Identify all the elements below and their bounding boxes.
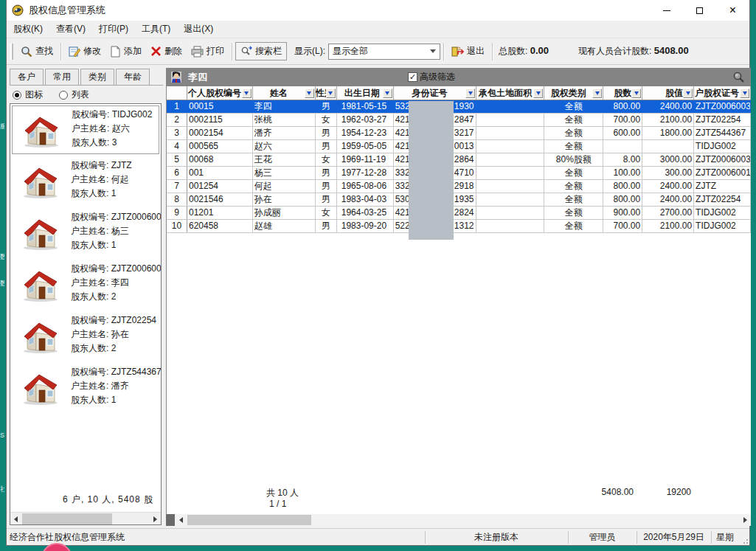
cell-personal-code: 620458 (187, 220, 253, 232)
table-row[interactable]: 8 0021546 孙在 男 1983-04-03 53032 1935 全额 … (167, 193, 751, 207)
toolbar-separator (492, 43, 493, 60)
filter-icon[interactable] (465, 89, 475, 98)
table-row[interactable]: 5 00068 王花 女 1969-11-19 42112 2864 80%股额… (167, 153, 751, 167)
search-bar-toggle[interactable]: 搜索栏 (235, 42, 287, 60)
minimize-button[interactable] (650, 0, 683, 21)
filter-icon[interactable] (683, 89, 693, 98)
table-row[interactable]: 7 001254 何起 男 1965-08-06 33262 2918 全额 8… (167, 180, 751, 193)
scroll-left-icon[interactable] (10, 513, 21, 524)
household-list-item[interactable]: 股权编号: ZJTZ544367 户主姓名: 潘齐 股东人数: 1 总股数 (12, 364, 159, 412)
menu-item[interactable]: 工具(T) (135, 21, 177, 38)
cell-sex: 男 (316, 220, 337, 232)
exit-button[interactable]: 退出 (447, 43, 489, 60)
table-row[interactable]: 4 000565 赵六 男 1959-05-05 42112 0013 全额 T… (167, 140, 751, 153)
col-label: 出生日期 (341, 86, 383, 100)
left-tab[interactable]: 类别 (80, 69, 114, 85)
household-list-item[interactable]: 股权编号: ZJTZ0006003 户主姓名: 李四 股东人数: 2 总股数 (12, 260, 159, 309)
house-icon (21, 112, 61, 149)
menu-item[interactable]: 查看(V) (49, 21, 92, 38)
maximize-button[interactable] (683, 0, 716, 21)
col-household-cert[interactable]: 户股权证号 (694, 86, 751, 100)
filter-icon[interactable] (326, 89, 336, 98)
close-button[interactable]: × (716, 0, 749, 21)
title-bar: 股权信息管理系统 × (7, 0, 749, 21)
toolbar-separator (232, 43, 232, 60)
table-total-count: 共 10 人 (266, 487, 299, 499)
filter-icon[interactable] (305, 89, 314, 98)
scroll-right-icon[interactable] (150, 513, 161, 524)
col-equity-type[interactable]: 股权类别 (544, 86, 603, 100)
household-list-hscrollbar[interactable] (10, 512, 161, 524)
col-id-number[interactable]: 身份证号 (394, 86, 477, 100)
col-sex[interactable]: 性别 (316, 86, 337, 100)
filter-icon[interactable] (740, 89, 749, 98)
magnifier-icon[interactable] (732, 71, 745, 83)
scrollbar-split-box[interactable] (166, 514, 175, 526)
household-list-item[interactable]: 股权编号: TIDJG002 户主姓名: 赵六 股东人数: 3 总股数 (12, 105, 159, 154)
col-contracted-land[interactable]: 承包土地面积 (476, 86, 544, 100)
current-shares-stat: 现有人员合计股数: 5408.00 (578, 45, 689, 58)
filter-icon[interactable] (592, 89, 602, 98)
table-row[interactable]: 6 001 杨三 男 1977-12-28 33260 4710 全额 100.… (167, 167, 751, 180)
left-tab[interactable]: 各户 (10, 69, 44, 85)
filter-icon[interactable] (242, 89, 252, 98)
advanced-filter[interactable]: ✓ 高级筛选 (408, 71, 455, 83)
edit-button[interactable]: 修改 (64, 43, 105, 60)
household-list-item[interactable]: 股权编号: ZJTZ 户主姓名: 何起 股东人数: 1 总股数 (12, 157, 159, 206)
menu-item[interactable]: 打印(P) (92, 21, 135, 38)
count-value: 2 (111, 343, 117, 353)
id-right-fragment: 0013 (454, 140, 474, 153)
scrollbar-thumb[interactable] (22, 513, 112, 524)
col-label: 户股权证号 (694, 86, 740, 100)
col-share-value[interactable]: 股值 (642, 86, 694, 100)
add-button[interactable]: 添加 (105, 43, 146, 60)
table-row[interactable]: 3 0002154 潘齐 男 1954-12-23 42112 3217 全额 … (167, 127, 751, 140)
household-count-line: 股东人数: 2 总股数 (71, 290, 159, 304)
col-shares[interactable]: 股数 (603, 86, 642, 100)
household-count-line: 股东人数: 1 总股数 (71, 187, 159, 201)
cell-share-value: 2400.00 (642, 180, 694, 193)
col-birthdate[interactable]: 出生日期 (337, 86, 394, 100)
checkbox-checked-icon[interactable]: ✓ (408, 72, 417, 82)
cell-shares: 900.00 (603, 207, 642, 219)
table-hscrollbar[interactable] (166, 514, 751, 526)
radio-list-view[interactable]: 列表 (59, 89, 89, 101)
filter-icon[interactable] (533, 89, 543, 98)
table-row[interactable]: 2 0002115 张桃 女 1962-03-27 42112 2847 全额 … (167, 114, 751, 127)
edit-icon (69, 46, 80, 58)
col-name[interactable]: 姓名 (253, 86, 316, 100)
resize-grip[interactable] (741, 536, 748, 544)
delete-button[interactable]: 删除 (146, 43, 187, 60)
menu-item[interactable]: 退出(X) (177, 21, 220, 38)
scrollbar-thumb[interactable] (187, 515, 311, 525)
household-list-item[interactable]: 股权编号: ZJTZ0006001 户主姓名: 杨三 股东人数: 1 总股数 (12, 209, 159, 257)
cell-shares: 600.00 (603, 127, 642, 139)
count-label: 股东人数: (71, 343, 108, 353)
toolbar-grip[interactable] (10, 44, 13, 60)
cell-rownum: 8 (167, 193, 187, 206)
left-tab[interactable]: 常用 (45, 69, 79, 85)
cell-contracted-land (476, 180, 544, 193)
radio-icon-view[interactable]: 图标 (13, 89, 43, 101)
col-personal-code[interactable]: 个人股权编号 ↑ (187, 86, 253, 100)
delete-x-icon (150, 46, 162, 57)
display-select[interactable]: 显示全部 (328, 44, 440, 60)
print-button[interactable]: 打印 (187, 43, 229, 60)
filter-icon[interactable] (383, 89, 392, 98)
table-row[interactable]: 1 00015 李四 男 1981-05-15 53222 1930 全额 80… (167, 100, 751, 114)
table-row[interactable]: 10 620458 赵雄 男 1983-09-20 52232 1312 全额 … (167, 220, 751, 233)
scroll-right-icon[interactable] (740, 514, 751, 525)
household-list-item[interactable]: 股权编号: ZJTZ02254 户主姓名: 孙在 股东人数: 2 总股数 (12, 312, 159, 361)
cell-personal-code: 01201 (187, 207, 253, 219)
menu-item[interactable]: 股权(K) (7, 21, 49, 38)
desktop-label-fragment: S (0, 432, 4, 439)
find-button[interactable]: 查找 (16, 43, 58, 60)
left-tab[interactable]: 年龄 (116, 69, 150, 85)
count-value: 1 (111, 395, 117, 405)
cell-name: 赵雄 (253, 220, 316, 232)
table-row[interactable]: 9 01201 孙成丽 女 1964-03-25 42112 2824 全额 9… (167, 207, 751, 220)
scroll-left-icon[interactable] (176, 514, 187, 525)
filter-icon[interactable] (631, 89, 641, 98)
cell-birthdate: 1969-11-19 (337, 153, 394, 166)
cell-household-cert: TIDJG002 (694, 140, 751, 153)
